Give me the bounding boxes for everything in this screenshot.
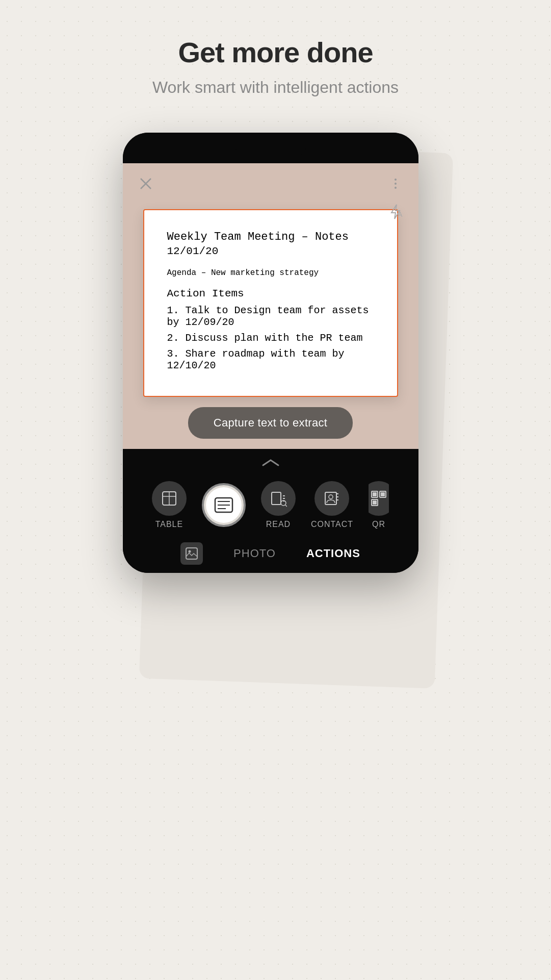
contact-icon-bg	[314, 481, 349, 516]
photo-tab[interactable]: PHOTO	[233, 547, 276, 560]
gallery-nav-item[interactable]	[180, 542, 203, 565]
document-card: Weekly Team Meeting – Notes 12/01/20 Age…	[143, 209, 398, 397]
shutter-inner	[206, 487, 242, 523]
bottom-bar: TABLE	[123, 449, 418, 573]
camera-mode-buttons: TABLE	[123, 476, 418, 534]
svg-rect-26	[373, 501, 376, 504]
table-label: TABLE	[155, 520, 183, 529]
text-mode-button[interactable]	[202, 483, 246, 527]
close-button[interactable]	[136, 173, 156, 194]
read-mode-button[interactable]: READ	[261, 481, 296, 529]
doc-section-title: Action Items	[167, 288, 374, 299]
doc-list-item-2: 2. Discuss plan with the PR team	[167, 332, 374, 344]
phone-frame: A Weekly Team Meeting – Notes 12/01/20 A…	[123, 133, 418, 573]
qr-mode-button[interactable]: QR	[369, 481, 389, 529]
table-icon-bg	[152, 481, 187, 516]
svg-line-15	[285, 505, 287, 507]
bottom-nav: PHOTO ACTIONS	[123, 534, 418, 573]
phone-top-bar	[123, 133, 418, 163]
svg-rect-10	[272, 492, 281, 505]
contact-mode-button[interactable]: CONTACT	[311, 481, 353, 529]
header-title: Get more done	[152, 36, 399, 69]
doc-agenda: Agenda – New marketing strategy	[167, 268, 374, 278]
chevron-up-icon	[123, 457, 418, 471]
svg-rect-22	[373, 493, 376, 496]
svg-point-28	[189, 550, 191, 553]
more-options-button[interactable]	[385, 173, 406, 194]
capture-button[interactable]: Capture text to extract	[188, 407, 353, 439]
actions-tab[interactable]: ACTIONS	[306, 547, 360, 560]
header-section: Get more done Work smart with intelligen…	[152, 0, 399, 97]
table-mode-button[interactable]: TABLE	[152, 481, 187, 529]
qr-icon-bg	[369, 481, 389, 516]
phone-notch	[235, 140, 306, 156]
svg-text:A: A	[398, 210, 403, 218]
read-label: READ	[266, 520, 291, 529]
read-icon-bg	[261, 481, 296, 516]
svg-rect-27	[186, 548, 197, 559]
gallery-icon	[180, 542, 203, 565]
photo-tab-label: PHOTO	[233, 547, 276, 560]
header-subtitle: Work smart with intelligent actions	[152, 78, 399, 97]
doc-title: Weekly Team Meeting – Notes	[167, 231, 374, 243]
contact-label: CONTACT	[311, 520, 353, 529]
svg-point-17	[329, 495, 333, 499]
camera-controls-top	[123, 163, 418, 204]
phone-mockup: A Weekly Team Meeting – Notes 12/01/20 A…	[123, 133, 429, 573]
actions-tab-label: ACTIONS	[306, 547, 360, 560]
qr-label: QR	[372, 520, 385, 529]
shutter-button[interactable]	[202, 483, 246, 527]
doc-date: 12/01/20	[167, 245, 374, 257]
svg-rect-24	[381, 493, 384, 496]
doc-list-item-1: 1. Talk to Design team for assets by 12/…	[167, 305, 374, 328]
camera-view: A Weekly Team Meeting – Notes 12/01/20 A…	[123, 163, 418, 573]
flash-button[interactable]: A	[385, 202, 406, 222]
doc-list-item-3: 3. Share roadmap with team by 12/10/20	[167, 348, 374, 371]
